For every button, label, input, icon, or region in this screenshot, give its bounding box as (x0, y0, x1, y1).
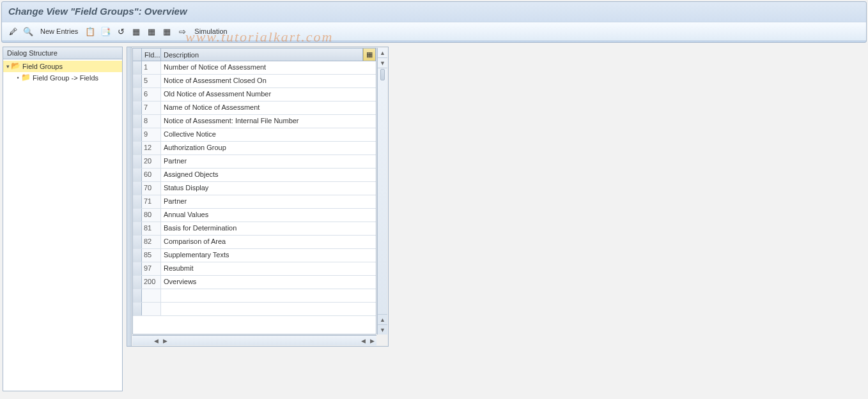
row-selector[interactable] (133, 209, 142, 222)
scroll-track[interactable] (379, 69, 386, 313)
table-row[interactable]: 82Comparison of Area (133, 236, 376, 249)
cell-description[interactable] (161, 303, 376, 315)
cell-description[interactable]: Annual Values (161, 209, 376, 222)
row-selector[interactable] (133, 155, 142, 168)
table-row[interactable]: 7Name of Notice of Assessment (133, 102, 376, 115)
row-selector[interactable] (133, 88, 142, 101)
tree-item-field-group-fields[interactable]: • Field Group -> Fields (3, 72, 122, 84)
row-selector[interactable] (133, 262, 142, 275)
cell-description[interactable]: Assigned Objects (161, 169, 376, 181)
row-selector[interactable] (133, 142, 142, 154)
cell-fld[interactable]: 5 (142, 75, 161, 87)
cell-fld[interactable] (142, 289, 161, 302)
column-header-fld[interactable]: Fld... (142, 49, 161, 61)
cell-fld[interactable]: 80 (142, 209, 161, 222)
cell-description[interactable]: Supplementary Texts (161, 249, 376, 262)
cell-description[interactable]: Comparison of Area (161, 236, 376, 248)
row-selector[interactable] (133, 236, 142, 248)
cell-fld[interactable]: 85 (142, 249, 161, 262)
row-selector[interactable] (133, 169, 142, 181)
cell-description[interactable]: Partner (161, 155, 376, 168)
undo-icon[interactable]: ↺ (115, 26, 127, 37)
table-row[interactable]: 9Collective Notice (133, 128, 376, 142)
form-icon[interactable]: 📑 (100, 26, 111, 37)
export-icon[interactable]: ⇨ (176, 26, 188, 37)
table-row[interactable]: 97Resubmit (133, 262, 376, 276)
scroll-thumb[interactable] (380, 69, 385, 80)
table-row[interactable]: 71Partner (133, 195, 376, 209)
row-selector-header[interactable] (133, 49, 142, 61)
select-all-icon[interactable]: ▦ (130, 26, 142, 37)
cell-description[interactable]: Old Notice of Assessment Number (161, 88, 376, 101)
horizontal-scrollbar[interactable]: ◀ ▶ ◀ ▶ (132, 335, 376, 345)
cell-description[interactable]: Status Display (161, 182, 376, 195)
chevron-down-icon[interactable]: ▾ (4, 63, 11, 70)
row-selector[interactable] (133, 115, 142, 128)
row-selector[interactable] (133, 102, 142, 114)
scroll-down-icon[interactable]: ▼ (378, 324, 387, 335)
cell-description[interactable]: Notice of Assessment Closed On (161, 75, 376, 87)
table-row[interactable]: 20Partner (133, 155, 376, 169)
table-row[interactable]: 85Supplementary Texts (133, 249, 376, 262)
row-selector[interactable] (133, 61, 142, 74)
tree-item-field-groups[interactable]: ▾ Field Groups (3, 61, 122, 72)
table-row[interactable]: 60Assigned Objects (133, 169, 376, 182)
cell-fld[interactable]: 1 (142, 61, 161, 74)
find-icon[interactable]: 🔍 (22, 26, 34, 37)
cell-description[interactable]: Authorization Group (161, 142, 376, 154)
scroll-down-step-icon[interactable]: ▲ (378, 314, 387, 324)
row-selector[interactable] (133, 303, 142, 315)
cell-fld[interactable] (142, 303, 161, 315)
scroll-right-icon[interactable]: ▶ (368, 336, 376, 345)
row-selector[interactable] (133, 128, 142, 141)
table-row[interactable]: 8Notice of Assessment: Internal File Num… (133, 115, 376, 128)
deselect-icon[interactable]: ▦ (161, 26, 173, 37)
row-selector[interactable] (133, 182, 142, 195)
scroll-left-end-icon[interactable]: ◀ (359, 336, 368, 345)
table-row[interactable]: 200Overviews (133, 276, 376, 289)
cell-fld[interactable]: 6 (142, 88, 161, 101)
cell-description[interactable]: Name of Notice of Assessment (161, 102, 376, 114)
table-row[interactable] (133, 289, 376, 303)
cell-description[interactable]: Notice of Assessment: Internal File Numb… (161, 115, 376, 128)
cell-fld[interactable]: 7 (142, 102, 161, 114)
vertical-scrollbar[interactable]: ▲ ▼ ▲ ▼ (377, 48, 387, 335)
scroll-up-step-icon[interactable]: ▼ (378, 58, 387, 68)
cell-fld[interactable]: 60 (142, 169, 161, 181)
row-selector[interactable] (133, 249, 142, 262)
simulation-button[interactable]: Simulation (192, 26, 229, 37)
scroll-right-start-icon[interactable]: ▶ (160, 336, 169, 345)
cell-fld[interactable]: 20 (142, 155, 161, 168)
scroll-up-icon[interactable]: ▲ (378, 48, 387, 58)
cell-fld[interactable]: 9 (142, 128, 161, 141)
table-row[interactable]: 80Annual Values (133, 209, 376, 222)
cell-fld[interactable]: 12 (142, 142, 161, 154)
cell-description[interactable]: Partner (161, 195, 376, 208)
table-row[interactable]: 6Old Notice of Assessment Number (133, 88, 376, 102)
cell-description[interactable]: Collective Notice (161, 128, 376, 141)
table-row[interactable]: 81Basis for Determination (133, 222, 376, 236)
cell-fld[interactable]: 97 (142, 262, 161, 275)
cell-fld[interactable]: 81 (142, 222, 161, 235)
table-row[interactable]: 1Number of Notice of Assessment (133, 61, 376, 75)
select-block-icon[interactable]: ▦ (146, 26, 157, 37)
row-selector[interactable] (133, 222, 142, 235)
table-settings-icon[interactable]: ▦ (363, 49, 376, 61)
table-row[interactable]: 70Status Display (133, 182, 376, 195)
cell-fld[interactable]: 82 (142, 236, 161, 248)
table-row[interactable]: 5Notice of Assessment Closed On (133, 75, 376, 88)
column-header-description[interactable]: Description (161, 49, 363, 61)
table-row[interactable]: 12Authorization Group (133, 142, 376, 155)
cell-description[interactable]: Overviews (161, 276, 376, 289)
scroll-left-icon[interactable]: ◀ (151, 336, 160, 345)
cell-fld[interactable]: 200 (142, 276, 161, 289)
cell-description[interactable]: Number of Notice of Assessment (161, 61, 376, 74)
cell-fld[interactable]: 70 (142, 182, 161, 195)
copy-icon[interactable]: 📋 (84, 26, 96, 37)
table-row[interactable] (133, 303, 376, 316)
cell-description[interactable] (161, 289, 376, 302)
cell-fld[interactable]: 8 (142, 115, 161, 128)
change-icon[interactable]: 🖉 (7, 26, 19, 37)
new-entries-button[interactable]: New Entries (38, 26, 81, 37)
row-selector[interactable] (133, 75, 142, 87)
